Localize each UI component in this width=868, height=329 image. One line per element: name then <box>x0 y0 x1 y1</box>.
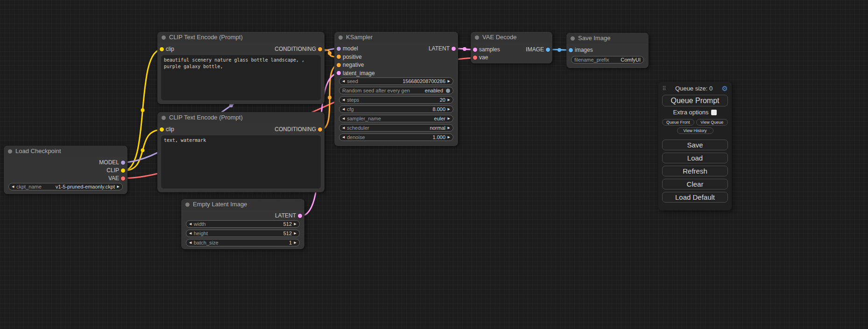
output-slot-conditioning[interactable] <box>318 47 322 51</box>
decrement-arrow-icon[interactable]: ◀ <box>189 241 194 245</box>
link-midpoint-dot[interactable] <box>328 51 332 55</box>
decrement-arrow-icon[interactable]: ◀ <box>342 98 347 102</box>
input-label-clip: clip <box>166 126 174 133</box>
decrement-arrow-icon[interactable]: ◀ <box>342 79 347 83</box>
clear-button[interactable]: Clear <box>662 179 728 189</box>
input-slot-model[interactable] <box>337 47 341 51</box>
increment-arrow-icon[interactable]: ▶ <box>445 126 450 130</box>
collapse-dot-icon[interactable] <box>8 149 12 154</box>
widget-scheduler[interactable]: ◀ scheduler normal ▶ <box>339 124 453 132</box>
collapse-dot-icon[interactable] <box>571 36 575 41</box>
graph-canvas[interactable]: Load Checkpoint MODEL CLIP VAE ◀ ckpt_na… <box>0 0 868 329</box>
link-midpoint-dot[interactable] <box>463 47 466 51</box>
decrement-arrow-icon[interactable]: ◀ <box>342 107 347 111</box>
node-title-bar[interactable]: Save Image <box>566 33 649 44</box>
decrement-arrow-icon[interactable]: ◀ <box>342 135 347 139</box>
increment-arrow-icon[interactable]: ▶ <box>445 117 450 120</box>
link-midpoint-dot[interactable] <box>141 108 145 112</box>
decrement-arrow-icon[interactable]: ◀ <box>342 117 347 120</box>
widget-steps[interactable]: ◀ steps 20 ▶ <box>339 96 453 104</box>
input-label-images: images <box>575 46 593 54</box>
load-default-button[interactable]: Load Default <box>662 192 728 203</box>
widget-random-seed-toggle[interactable]: Random seed after every gen enabled <box>339 87 453 94</box>
collapse-dot-icon[interactable] <box>475 35 479 40</box>
extra-options-checkbox[interactable] <box>711 110 717 115</box>
collapse-dot-icon[interactable] <box>162 116 166 120</box>
decrement-arrow-icon[interactable]: ◀ <box>342 126 347 130</box>
output-slot-model[interactable] <box>121 161 125 165</box>
collapse-dot-icon[interactable] <box>162 35 166 40</box>
increment-arrow-icon[interactable]: ▶ <box>445 98 450 102</box>
increment-arrow-icon[interactable]: ▶ <box>445 135 450 139</box>
input-slot-negative[interactable] <box>337 63 341 67</box>
node-title-bar[interactable]: CLIP Text Encode (Prompt) <box>157 112 325 123</box>
node-title-bar[interactable]: CLIP Text Encode (Prompt) <box>157 32 325 43</box>
node-vae-decode[interactable]: VAE Decode samples vae IMAGE <box>471 32 552 63</box>
widget-batch-size[interactable]: ◀ batch_size 1 ▶ <box>186 239 300 246</box>
node-ksampler[interactable]: KSampler model positive negative latent_… <box>334 32 458 146</box>
node-load-checkpoint[interactable]: Load Checkpoint MODEL CLIP VAE ◀ ckpt_na… <box>4 146 127 194</box>
prompt-text-area[interactable]: text, watermark <box>161 135 321 189</box>
settings-gear-icon[interactable]: ⚙ <box>722 85 728 92</box>
prompt-text-area[interactable]: beautiful scenery nature glass bottle la… <box>161 55 321 100</box>
output-slot-latent[interactable] <box>298 214 302 218</box>
load-button[interactable]: Load <box>662 153 728 163</box>
increment-arrow-icon[interactable]: ▶ <box>445 107 450 111</box>
widget-seed[interactable]: ◀ seed 156680208700286 ▶ <box>339 77 453 85</box>
input-slot-vae[interactable] <box>473 56 477 60</box>
output-slot-conditioning[interactable] <box>318 127 322 132</box>
node-title-bar[interactable]: KSampler <box>334 32 458 43</box>
increment-arrow-icon[interactable]: ▶ <box>445 79 450 83</box>
increment-arrow-icon[interactable]: ▶ <box>292 222 296 226</box>
node-clip-text-encode-positive[interactable]: CLIP Text Encode (Prompt) clip CONDITION… <box>157 32 325 104</box>
output-label-latent: LATENT <box>429 45 450 53</box>
view-queue-button[interactable]: View Queue <box>696 119 728 126</box>
output-label-conditioning: CONDITIONING <box>275 45 316 53</box>
link-midpoint-dot[interactable] <box>229 104 233 107</box>
node-save-image[interactable]: Save Image images filename_prefix ComfyU… <box>566 33 649 68</box>
input-label-negative: negative <box>343 61 364 69</box>
output-label-model: MODEL <box>99 159 119 167</box>
next-value-arrow-icon[interactable]: ▶ <box>115 185 120 189</box>
link-midpoint-dot[interactable] <box>557 48 561 52</box>
input-slot-samples[interactable] <box>473 48 477 52</box>
widget-sampler-name[interactable]: ◀ sampler_name euler ▶ <box>339 115 453 122</box>
widget-ckpt-name[interactable]: ◀ ckpt_name v1-5-pruned-emaonly.ckpt ▶ <box>8 183 123 190</box>
link-midpoint-dot[interactable] <box>328 96 332 99</box>
link-midpoint-dot[interactable] <box>141 148 145 152</box>
queue-front-button[interactable]: Queue Front <box>662 119 694 126</box>
increment-arrow-icon[interactable]: ▶ <box>292 241 296 245</box>
widget-cfg[interactable]: ◀ cfg 8.000 ▶ <box>339 105 453 113</box>
toggle-knob-icon[interactable] <box>446 89 450 93</box>
output-slot-vae[interactable] <box>121 176 125 181</box>
output-slot-latent[interactable] <box>452 47 456 51</box>
widget-denoise[interactable]: ◀ denoise 1.000 ▶ <box>339 133 453 141</box>
prev-value-arrow-icon[interactable]: ◀ <box>12 185 16 189</box>
node-clip-text-encode-negative[interactable]: CLIP Text Encode (Prompt) clip CONDITION… <box>157 112 325 192</box>
input-slot-images[interactable] <box>569 48 573 52</box>
node-empty-latent-image[interactable]: Empty Latent Image LATENT ◀ width 512 ▶ … <box>181 199 304 249</box>
input-slot-latent-image[interactable] <box>337 71 341 75</box>
widget-height[interactable]: ◀ height 512 ▶ <box>186 230 300 237</box>
decrement-arrow-icon[interactable]: ◀ <box>189 231 194 235</box>
node-title: Load Checkpoint <box>15 147 61 154</box>
input-slot-clip[interactable] <box>160 127 164 132</box>
node-title-bar[interactable]: Empty Latent Image <box>181 199 304 210</box>
node-title-bar[interactable]: VAE Decode <box>471 32 552 43</box>
save-button[interactable]: Save <box>662 140 728 150</box>
menu-drag-handle-icon[interactable]: ⠿ <box>662 85 666 92</box>
decrement-arrow-icon[interactable]: ◀ <box>189 222 194 226</box>
node-title-bar[interactable]: Load Checkpoint <box>4 146 127 157</box>
collapse-dot-icon[interactable] <box>339 35 343 40</box>
output-slot-clip[interactable] <box>121 168 125 173</box>
increment-arrow-icon[interactable]: ▶ <box>292 231 296 235</box>
view-history-button[interactable]: View History <box>677 127 713 134</box>
collapse-dot-icon[interactable] <box>185 203 190 207</box>
refresh-button[interactable]: Refresh <box>662 166 728 176</box>
widget-width[interactable]: ◀ width 512 ▶ <box>186 220 300 228</box>
widget-filename-prefix[interactable]: filename_prefix ComfyUI <box>571 56 644 63</box>
input-slot-positive[interactable] <box>337 55 341 59</box>
input-slot-clip[interactable] <box>160 47 164 51</box>
output-slot-image[interactable] <box>546 48 550 52</box>
queue-prompt-button[interactable]: Queue Prompt <box>662 95 728 106</box>
